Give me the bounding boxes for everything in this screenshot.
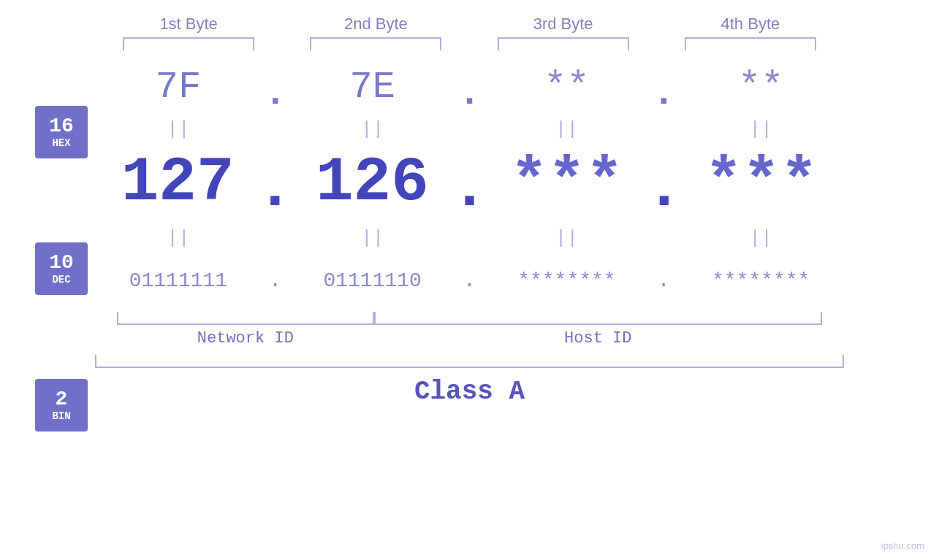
dec-byte2-cell: 126 xyxy=(289,151,455,214)
eq1-row: || . || . || . || xyxy=(0,116,939,142)
dec-sep1: . xyxy=(256,153,294,224)
dec-row: 127 . 126 . *** . *** xyxy=(0,146,939,219)
hex-sep1: . xyxy=(264,75,286,113)
class-a-label: Class A xyxy=(414,377,525,407)
dec-sep2: . xyxy=(451,153,489,224)
hex-byte3-cell: ** xyxy=(484,66,650,109)
network-id-bracket xyxy=(117,312,374,325)
hex-byte2-cell: 7E xyxy=(289,66,456,109)
bin-byte1-cell: 01111111 xyxy=(95,269,262,292)
bin-byte2-cell: 01111110 xyxy=(289,269,456,292)
byte2-header: 2nd Byte xyxy=(288,15,463,34)
dec-badge: 10 DEC xyxy=(35,242,88,295)
host-id-label: Host ID xyxy=(374,329,822,348)
hex-byte2-value: 7E xyxy=(349,66,395,109)
bracket-top-4 xyxy=(685,37,816,50)
bin-badge-number: 2 xyxy=(56,388,68,411)
bin-byte3-value: ******** xyxy=(517,269,615,292)
hex-byte1-cell: 7F xyxy=(95,66,262,109)
hex-dot1: . xyxy=(262,61,289,113)
hex-dot2: . xyxy=(456,61,484,113)
bin-row: 01111111 . 01111110 . ******** . *******… xyxy=(0,255,939,306)
dec-byte1-cell: 127 xyxy=(95,151,260,214)
eq2-b4: || xyxy=(677,227,844,249)
bracket-cell-3 xyxy=(476,37,651,50)
bracket-top-3 xyxy=(498,37,629,50)
host-id-bracket xyxy=(374,312,822,325)
bracket-top-1 xyxy=(123,37,254,50)
hex-byte4-cell: ** xyxy=(677,66,844,109)
bin-dot1: . xyxy=(262,269,289,292)
hex-badge-name: HEX xyxy=(52,137,70,149)
bin-dot3: . xyxy=(650,269,677,292)
eq2-b1: || xyxy=(95,227,262,249)
eq2-b2: || xyxy=(289,227,456,249)
bottom-brackets-row xyxy=(95,312,844,325)
network-id-label: Network ID xyxy=(117,329,374,348)
dec-badge-name: DEC xyxy=(52,274,70,285)
hex-byte4-value: ** xyxy=(738,66,783,109)
bracket-cell-1 xyxy=(101,37,276,50)
bin-sep2: . xyxy=(463,269,476,292)
bin-sep1: . xyxy=(269,269,281,292)
eq2-b3: || xyxy=(484,227,650,249)
dec-dot1: . xyxy=(260,142,289,224)
hex-dot3: . xyxy=(650,61,677,113)
byte3-header: 3rd Byte xyxy=(476,15,651,34)
bin-byte1-value: 01111111 xyxy=(129,269,227,292)
dec-byte4-value: *** xyxy=(704,147,818,218)
bin-byte2-value: 01111110 xyxy=(323,269,421,292)
class-bracket-container xyxy=(95,355,844,368)
dec-dot3: . xyxy=(650,142,679,224)
bin-badge-name: BIN xyxy=(52,410,70,422)
hex-badge: 16 HEX xyxy=(35,106,88,158)
dec-badge-number: 10 xyxy=(49,252,74,275)
eq2-row: || . || . || . || xyxy=(0,225,939,251)
hex-sep3: . xyxy=(653,75,675,113)
top-brackets xyxy=(0,37,939,50)
eq1-b1: || xyxy=(95,118,262,140)
byte1-header: 1st Byte xyxy=(101,15,276,34)
bin-badge: 2 BIN xyxy=(35,379,88,431)
eq1-b4: || xyxy=(677,118,844,140)
hex-badge-number: 16 xyxy=(49,115,74,138)
dec-sep3: . xyxy=(645,153,683,224)
eq1-b2: || xyxy=(289,118,456,140)
dec-byte3-value: *** xyxy=(510,147,623,218)
main-container: 1st Byte 2nd Byte 3rd Byte 4th Byte 7F .… xyxy=(0,0,939,560)
dec-dot2: . xyxy=(455,142,484,224)
dec-byte1-value: 127 xyxy=(121,147,235,218)
eq1-b3: || xyxy=(484,118,650,140)
bin-sep3: . xyxy=(658,269,670,292)
id-labels-row: Network ID Host ID xyxy=(95,329,844,348)
bracket-cell-4 xyxy=(663,37,838,50)
dec-byte3-cell: *** xyxy=(484,151,650,214)
hex-sep2: . xyxy=(458,75,481,113)
bracket-cell-2 xyxy=(288,37,463,50)
bin-byte4-value: ******** xyxy=(712,269,810,292)
dec-byte4-cell: *** xyxy=(679,151,844,214)
class-label-row: Class A xyxy=(0,377,939,407)
dec-byte2-value: 126 xyxy=(316,147,429,218)
hex-byte1-value: 7F xyxy=(156,66,201,109)
byte4-header: 4th Byte xyxy=(663,15,838,34)
class-a-bracket xyxy=(95,355,844,368)
watermark: ipshu.com xyxy=(881,540,924,551)
hex-byte3-value: ** xyxy=(544,66,589,109)
bracket-top-2 xyxy=(310,37,441,50)
bin-byte4-cell: ******** xyxy=(677,269,844,292)
hex-row: 7F . 7E . ** . ** xyxy=(0,58,939,116)
bin-dot2: . xyxy=(456,269,484,292)
byte-headers: 1st Byte 2nd Byte 3rd Byte 4th Byte xyxy=(0,15,939,34)
base-labels: 16 HEX 10 DEC 2 BIN xyxy=(35,106,88,431)
bin-byte3-cell: ******** xyxy=(484,269,650,292)
